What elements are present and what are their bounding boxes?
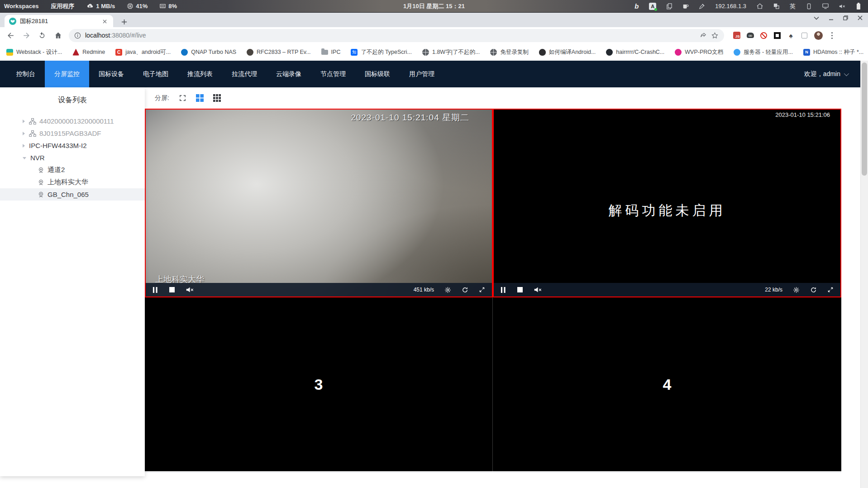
browser-tab[interactable]: 国标28181 (5, 15, 113, 28)
device-sidebar: 设备列表 44020000013200000111 8J01915PAGB3AD… (0, 87, 145, 476)
window-close-icon[interactable] (858, 15, 863, 20)
nav-gb-devices[interactable]: 国标设备 (89, 61, 134, 87)
grid-2x2-icon[interactable] (196, 94, 204, 102)
video-tile-4[interactable]: 4 (493, 297, 841, 471)
pine-extension-icon[interactable]: ♠ (787, 32, 795, 39)
video-tile-3[interactable]: 3 (145, 297, 493, 471)
phone-link-icon[interactable] (806, 3, 812, 10)
mute-icon[interactable] (534, 287, 542, 293)
window-menu-chevron-icon[interactable] (814, 16, 819, 20)
bookmark-wvp-docs[interactable]: WVP-PRO文档 (675, 48, 723, 56)
battery-icon[interactable] (856, 3, 861, 10)
site-info-icon[interactable] (74, 32, 81, 39)
bing-tray-icon[interactable]: b (634, 2, 639, 10)
refresh-icon[interactable] (462, 287, 468, 293)
nav-map[interactable]: 电子地图 (134, 61, 178, 87)
home-icon[interactable] (53, 30, 63, 40)
nav-push-list[interactable]: 推流列表 (178, 61, 222, 87)
reload-icon[interactable] (37, 30, 47, 40)
nav-split-monitor[interactable]: 分屏监控 (45, 61, 89, 87)
pause-icon[interactable] (501, 287, 506, 293)
caret-right-icon[interactable] (23, 132, 25, 135)
stop-icon[interactable] (169, 287, 175, 292)
volume-muted-icon[interactable] (839, 4, 846, 9)
bookmark-ipc-folder[interactable]: IPC (321, 49, 341, 55)
stop-icon[interactable] (517, 287, 523, 292)
tree-item-platform-1[interactable]: 44020000013200000111 (0, 115, 145, 127)
nav-gb-cascade[interactable]: 国标级联 (355, 61, 400, 87)
tree-item-shangdi[interactable]: 上地科实大华 (0, 176, 145, 188)
workspace-switcher-icon[interactable] (773, 3, 779, 9)
nav-console[interactable]: 控制台 (7, 61, 45, 87)
caffeine-tray-icon[interactable] (682, 3, 689, 9)
caret-down-icon[interactable] (23, 157, 26, 159)
fullscreen-expand-icon[interactable] (827, 287, 834, 293)
back-icon[interactable] (5, 30, 15, 40)
bookmark-webstack[interactable]: Webstack - 设计... (6, 48, 62, 56)
window-minimize-icon[interactable] (829, 15, 834, 20)
nav-node-manage[interactable]: 节点管理 (311, 61, 355, 87)
json-viewer-extension-icon[interactable]: JS (733, 32, 740, 39)
nav-user-manage[interactable]: 用户管理 (400, 61, 444, 87)
cluster-icon (29, 118, 36, 125)
browser-menu-icon[interactable] (831, 35, 833, 36)
settings-gear-icon[interactable] (793, 287, 800, 293)
nav-pull-proxy[interactable]: 拉流代理 (222, 61, 267, 87)
nav-cloud-record[interactable]: 云端录像 (267, 61, 311, 87)
forward-icon[interactable] (21, 30, 31, 40)
window-restore-icon[interactable] (843, 15, 848, 20)
light-square-extension-icon[interactable] (801, 32, 808, 39)
bookmark-copy[interactable]: 免登录复制 (490, 48, 529, 56)
tree-item-nvr[interactable]: NVR (0, 152, 145, 164)
clipboard-tray-icon[interactable] (667, 3, 672, 10)
fullscreen-1x1-icon[interactable] (179, 94, 186, 102)
bookmark-redmine[interactable]: Redmine (72, 49, 105, 56)
scrollbar-thumb[interactable] (862, 62, 867, 176)
tab-close-icon[interactable] (101, 18, 109, 25)
bookmark-java-android[interactable]: Cjava、android可... (115, 48, 171, 56)
workspaces-button[interactable]: Workspaces (4, 3, 38, 10)
display-tray-icon[interactable] (822, 3, 829, 9)
share-icon[interactable] (700, 32, 707, 39)
grid-3x3-icon[interactable] (213, 94, 221, 102)
applications-menu[interactable]: 应用程序 (51, 2, 74, 10)
refresh-icon[interactable] (810, 287, 817, 293)
color-picker-tray-icon[interactable] (699, 4, 705, 9)
caret-right-icon[interactable] (23, 120, 25, 123)
bookmark-star-icon[interactable] (711, 32, 719, 39)
folder-icon (321, 50, 328, 55)
bookmark-lighthouse[interactable]: 服务器 - 轻量应用... (734, 48, 793, 56)
video-tile-2[interactable]: 2023-01-10 15:21:06 解码功能未启用 22 kb/s (493, 109, 841, 297)
video-tile-1[interactable]: 2023-01-10 15:21:04 星期二 上地科实大华 451 kb/s (145, 109, 493, 297)
tree-item-ipc[interactable]: IPC-HFW4433M-I2 (0, 139, 145, 152)
user-menu[interactable]: 欢迎，admin (804, 61, 860, 87)
new-tab-button[interactable] (119, 16, 129, 27)
mask-extension-icon[interactable]: oo (746, 32, 754, 39)
bookmark-rfc2833[interactable]: RFC2833 – RTP Ev... (247, 49, 311, 56)
tree-item-channel2[interactable]: 通道2 (0, 164, 145, 176)
mute-icon[interactable] (186, 287, 194, 293)
pause-icon[interactable] (153, 287, 158, 293)
bookmark-android-compile[interactable]: 如何编译Android... (539, 48, 596, 56)
cloud-icon (181, 49, 188, 56)
tree-item-platform-2[interactable]: 8J01915PAGB3ADF (0, 127, 145, 139)
adblock-extension-icon[interactable] (760, 32, 768, 39)
dark-square-extension-icon[interactable] (773, 32, 781, 39)
page-scrollbar[interactable] (860, 61, 868, 488)
address-bar[interactable]: localhost:38080/#/live (69, 29, 724, 42)
webcam-icon (38, 191, 44, 198)
bookmark-18w[interactable]: 1.8W字|了不起的... (422, 48, 480, 56)
bookmark-typescript[interactable]: 知了不起的 TypeScri... (351, 48, 412, 56)
input-method-tray-icon[interactable]: A (649, 3, 656, 10)
bookmark-qnap[interactable]: QNAP Turbo NAS (181, 49, 236, 56)
fullscreen-expand-icon[interactable] (479, 287, 485, 293)
bookmark-hdatmos[interactable]: NHDAtmos :: 种子 *... (803, 48, 863, 56)
language-indicator[interactable]: 英 (790, 2, 796, 10)
settings-gear-icon[interactable] (444, 287, 451, 293)
ip-address-indicator[interactable]: 192.168.1.3 (715, 3, 746, 10)
bookmark-github-crash[interactable]: hairrrrr/C-CrashC... (606, 49, 664, 56)
caret-right-icon[interactable] (23, 144, 25, 148)
home-tray-icon[interactable] (757, 3, 763, 9)
tree-item-gb-chn-065[interactable]: GB_Chn_065 (0, 188, 145, 201)
profile-avatar[interactable] (814, 31, 823, 40)
